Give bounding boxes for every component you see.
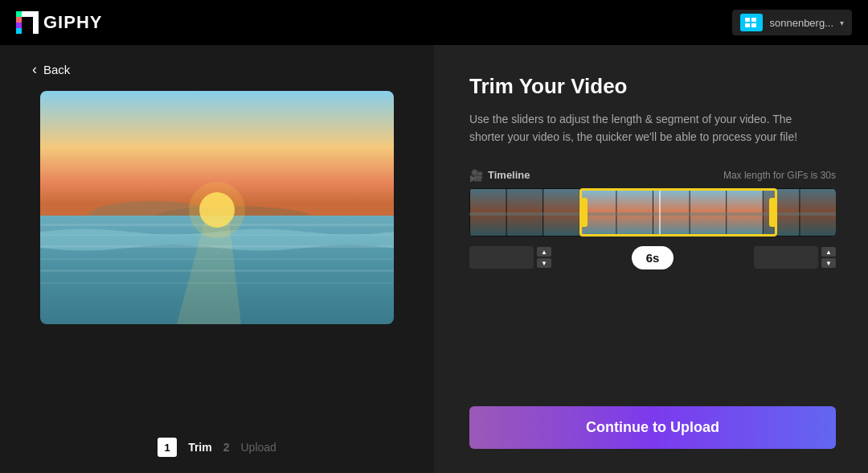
back-button[interactable]: ‹ Back xyxy=(32,61,70,78)
trim-description: Use the sliders to adjust the length & s… xyxy=(469,110,807,146)
end-time-up-button[interactable]: ▲ xyxy=(821,247,836,257)
timeline-label-text: Timeline xyxy=(488,169,530,181)
logo: GIPHY xyxy=(16,11,102,34)
start-time-spinners: ▲ ▼ xyxy=(537,247,551,268)
giphy-logo-icon xyxy=(16,11,39,34)
svg-rect-8 xyxy=(745,23,750,27)
camera-icon: 🎥 xyxy=(469,169,483,182)
end-time-down-button[interactable]: ▼ xyxy=(821,258,836,268)
time-controls: 0:02.08 ▲ ▼ 6s 0:08.09 ▲ ▼ xyxy=(469,246,836,269)
end-time-spinners: ▲ ▼ xyxy=(821,247,836,268)
user-menu[interactable]: sonnenberg... ▾ xyxy=(732,10,852,35)
step-indicators: 1 Trim 2 Upload xyxy=(158,422,276,457)
timeline-header: 🎥 Timeline Max length for GIFs is 30s xyxy=(469,169,836,182)
avatar-icon xyxy=(743,16,760,29)
duration-badge: 6s xyxy=(632,246,674,269)
step-2-number: 2 xyxy=(223,441,230,454)
back-chevron-icon: ‹ xyxy=(32,61,37,78)
right-panel: Trim Your Video Use the sliders to adjus… xyxy=(434,45,868,473)
video-frame xyxy=(40,91,394,324)
step-2-label: Upload xyxy=(241,441,276,454)
svg-rect-0 xyxy=(16,11,22,17)
user-avatar xyxy=(740,14,763,31)
header: GIPHY sonnenberg... ▾ xyxy=(0,0,868,45)
svg-rect-6 xyxy=(745,18,750,22)
timeline-strip[interactable] xyxy=(469,188,836,236)
main-content: ‹ Back xyxy=(0,45,868,473)
left-panel: ‹ Back xyxy=(0,45,434,473)
start-time-input[interactable]: 0:02.08 xyxy=(469,246,534,269)
video-preview xyxy=(40,91,394,324)
start-time-down-button[interactable]: ▼ xyxy=(537,258,551,268)
start-time-up-button[interactable]: ▲ xyxy=(537,247,551,257)
start-time-control[interactable]: 0:02.08 ▲ ▼ xyxy=(469,246,551,269)
timeline-label: 🎥 Timeline xyxy=(469,169,530,182)
svg-rect-5 xyxy=(33,17,39,34)
back-label: Back xyxy=(43,63,70,76)
end-time-control[interactable]: 0:08.09 ▲ ▼ xyxy=(754,246,836,269)
svg-rect-3 xyxy=(16,28,22,34)
step-1-label: Trim xyxy=(188,441,212,454)
svg-rect-9 xyxy=(751,23,756,27)
max-length-label: Max length for GIFs is 30s xyxy=(723,170,836,181)
end-time-input[interactable]: 0:08.09 xyxy=(754,246,818,269)
timeline-frames-svg xyxy=(469,188,836,236)
timeline-bg-frames xyxy=(469,188,836,236)
step-1-number: 1 xyxy=(158,438,177,457)
page-title: Trim Your Video xyxy=(469,74,836,99)
continue-to-upload-button[interactable]: Continue to Upload xyxy=(469,406,836,449)
svg-rect-2 xyxy=(16,23,22,28)
user-name: sonnenberg... xyxy=(769,17,833,29)
logo-text: GIPHY xyxy=(43,12,102,33)
svg-rect-1 xyxy=(16,17,22,23)
svg-rect-7 xyxy=(751,18,756,22)
chevron-down-icon: ▾ xyxy=(840,19,844,27)
svg-rect-4 xyxy=(22,11,39,17)
